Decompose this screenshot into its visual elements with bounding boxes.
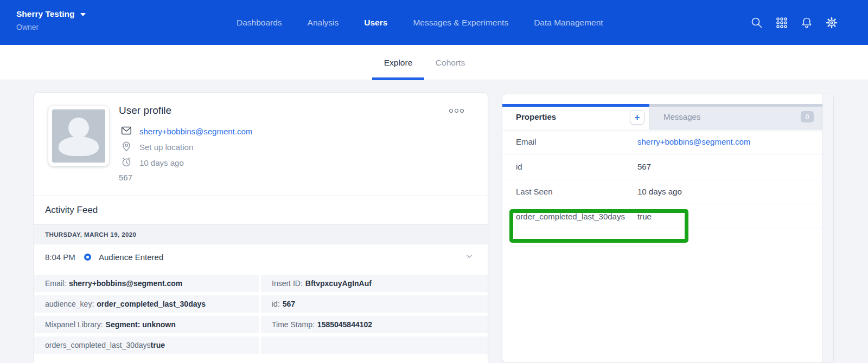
envelope-icon <box>120 125 132 139</box>
tab-explore[interactable]: Explore <box>372 45 424 80</box>
distinct-id-text: 567 <box>119 173 252 182</box>
properties-messages-tabbar: Properties + Messages 0 <box>502 104 822 129</box>
settings-gear-icon[interactable] <box>825 16 839 30</box>
tab-messages[interactable]: Messages 0 <box>649 104 822 129</box>
event-row-audience-entered[interactable]: 8:04 PM Audience Entered <box>34 244 488 270</box>
workspace-switcher[interactable]: Sherry Testing Owner <box>16 9 86 31</box>
activity-date-header: THURSDAY, MARCH 19, 2020 <box>34 225 488 244</box>
tab-cohorts[interactable]: Cohorts <box>431 45 469 80</box>
profile-section: User profile sherry+bobbins@segment.com … <box>34 93 488 196</box>
notifications-bell-icon[interactable] <box>800 16 814 30</box>
property-row-order-completed: order_completed_last_30days true <box>502 204 822 229</box>
avatar <box>48 106 109 166</box>
workspace-name: Sherry Testing <box>16 9 74 19</box>
collapse-chevron-icon[interactable] <box>465 252 474 263</box>
tab-properties[interactable]: Properties + <box>502 104 649 129</box>
nav-item-dashboards[interactable]: Dashboards <box>237 18 282 28</box>
event-dot-icon <box>84 254 91 261</box>
messages-count-badge: 0 <box>801 111 814 122</box>
properties-panel: Properties + Messages 0 Email sherry+bob… <box>502 94 834 363</box>
detail-cell: Time Stamp: 1585045844102 <box>261 316 488 333</box>
last-seen-text: 10 days ago <box>139 158 184 167</box>
avatar-placeholder-image <box>52 109 105 163</box>
user-profile-card: User profile sherry+bobbins@segment.com … <box>34 92 488 363</box>
event-time: 8:04 PM <box>45 252 84 262</box>
top-nav-bar: Sherry Testing Owner Dashboards Analysis… <box>0 0 868 45</box>
table-row: Email: sherry+bobbins@segment.com Insert… <box>34 275 488 292</box>
page: Sherry Testing Owner Dashboards Analysis… <box>0 0 868 363</box>
nav-item-users[interactable]: Users <box>364 18 387 28</box>
detail-cell: Email: sherry+bobbins@segment.com <box>34 275 259 292</box>
more-options-icon[interactable] <box>449 109 464 113</box>
detail-cell: Insert ID: BftvpxcuyAgInAuf <box>261 275 488 292</box>
profile-email-link[interactable]: sherry+bobbins@segment.com <box>139 127 252 136</box>
event-details-table: Email: sherry+bobbins@segment.com Insert… <box>34 270 488 354</box>
detail-cell: id: 567 <box>261 295 488 313</box>
explore-cohorts-tabbar: Explore Cohorts <box>0 45 868 80</box>
detail-cell <box>261 336 488 354</box>
nav-item-analysis[interactable]: Analysis <box>308 18 339 28</box>
primary-nav: Dashboards Analysis Users Messages & Exp… <box>237 0 603 45</box>
page-title: User profile <box>119 105 252 116</box>
detail-cell: Mixpanel Library: Segment: unknown <box>34 316 259 333</box>
detail-cell: audience_key: order_completed_last_30day… <box>34 295 259 313</box>
table-row: audience_key: order_completed_last_30day… <box>34 295 488 313</box>
event-name: Audience Entered <box>99 252 163 262</box>
search-icon[interactable] <box>750 16 764 30</box>
apps-grid-icon[interactable] <box>775 16 789 30</box>
set-up-location-link[interactable]: Set up location <box>139 142 193 152</box>
property-row-last-seen: Last Seen 10 days ago <box>502 179 822 204</box>
nav-item-data-management[interactable]: Data Management <box>534 18 603 28</box>
table-row: orders_completed_last_30days true <box>34 336 488 354</box>
detail-cell: orders_completed_last_30days true <box>34 336 259 354</box>
clock-icon <box>120 156 132 170</box>
property-email-link[interactable]: sherry+bobbins@segment.com <box>637 137 750 146</box>
add-property-button[interactable]: + <box>630 110 644 125</box>
workspace-role: Owner <box>16 23 86 31</box>
property-row-id: id 567 <box>502 154 822 179</box>
header-icon-group <box>750 0 839 45</box>
location-pin-icon <box>120 140 132 154</box>
scroll-gutter <box>822 94 833 362</box>
chevron-down-icon <box>80 13 86 16</box>
activity-feed-title: Activity Feed <box>34 196 488 225</box>
table-row: Mixpanel Library: Segment: unknown Time … <box>34 316 488 333</box>
active-tab-underline <box>372 77 424 80</box>
nav-item-messages-experiments[interactable]: Messages & Experiments <box>413 18 508 28</box>
property-row-email: Email sherry+bobbins@segment.com <box>502 129 822 154</box>
